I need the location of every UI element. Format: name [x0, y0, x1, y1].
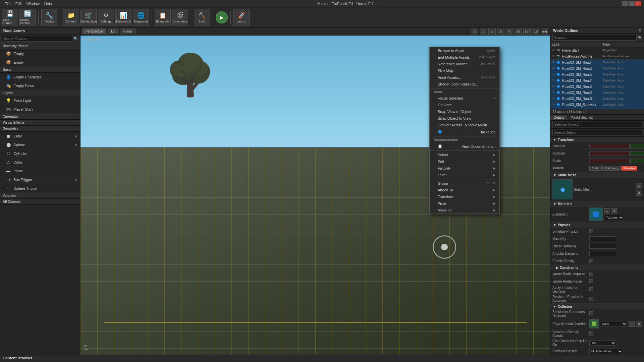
cm-move-to[interactable]: Move To	[430, 207, 499, 214]
phys-material-reset-btn[interactable]: ↺	[636, 321, 642, 327]
sim-generates-checkbox[interactable]	[589, 311, 593, 315]
megascan-button[interactable]: 🌐 Megascan	[133, 9, 149, 26]
blueprints-button[interactable]: 📋 Blueprints	[155, 9, 171, 26]
close-button[interactable]: ✕	[635, 1, 641, 6]
outliner-item-road4[interactable]: 👁 🔷 Road03_SM_Road4 StaticMeshActor	[550, 77, 644, 83]
mat-reset-btn[interactable]: ↺	[611, 208, 617, 214]
cm-convert-actors[interactable]: Convert Actors To Static Mesh	[430, 122, 499, 128]
basic-empty-pawn[interactable]: 🎭 Empty Pawn	[0, 81, 80, 90]
cm-attach-to[interactable]: Attach To	[430, 187, 499, 193]
mobility-static-btn[interactable]: Static	[589, 166, 602, 171]
ignore-radial-force-checkbox[interactable]	[589, 279, 593, 283]
cm-group[interactable]: Group Ctrl+G	[430, 180, 499, 187]
cinematics-button[interactable]: 🎬 Cinematics	[172, 9, 188, 26]
location-y[interactable]	[630, 144, 644, 148]
collision-presets-dropdown[interactable]: Multiple Values...	[589, 349, 623, 354]
cm-snap-view-to-object[interactable]: Snap View to Object	[430, 108, 499, 115]
menu-window[interactable]: Window	[24, 2, 42, 6]
category-visual-effects[interactable]: Visual Effects	[0, 120, 80, 126]
vp-ctrl-3[interactable]: W	[488, 28, 496, 35]
source-control-button[interactable]: 🔄 Source Control	[19, 9, 36, 26]
settings-button[interactable]: ⚙ Settings	[98, 9, 114, 26]
transform-section-header[interactable]: ▼ Transform	[550, 137, 644, 142]
mass-input[interactable]	[589, 236, 616, 241]
geometry-plane[interactable]: ▬ Plane	[0, 167, 80, 175]
cm-view-documentation[interactable]: 📋 View Documentation	[430, 143, 499, 150]
modes-button[interactable]: 🔧 Modes	[41, 9, 57, 26]
outliner-item-road5[interactable]: 👁 🔷 Road03_SM_Road5 StaticMeshActor	[550, 83, 644, 89]
mobility-movable-btn[interactable]: Movable	[621, 166, 637, 171]
cm-shader-cook[interactable]: Shader Cook Statistics...	[430, 81, 499, 87]
phys-material-browse-btn[interactable]: ←	[629, 321, 635, 327]
ignore-radial-impulse-checkbox[interactable]	[589, 272, 593, 276]
outliner-item-road2[interactable]: 👁 🔷 Road03_SM_Road2 StaticMeshActor	[550, 65, 644, 71]
category-basic[interactable]: Basic	[0, 67, 80, 73]
geometry-sphere[interactable]: ⬤ Sphere ▶	[0, 140, 80, 149]
location-x[interactable]	[589, 144, 630, 148]
cm-transform[interactable]: Transform	[430, 193, 499, 200]
cm-select[interactable]: Select	[430, 152, 499, 158]
geometry-cube[interactable]: ◼ Cube ▶	[0, 132, 80, 140]
mat-browse-btn[interactable]: ←	[604, 208, 610, 214]
build-button[interactable]: 🔨 Build	[194, 9, 210, 26]
recently-placed-empty-1[interactable]: 📦 Empty	[0, 49, 80, 58]
cm-size-map[interactable]: Size Map...	[430, 67, 499, 74]
tab-world-settings[interactable]: World Settings	[568, 115, 597, 120]
viewport-tab-follow[interactable]: Follow	[120, 28, 136, 34]
outliner-search-input[interactable]	[552, 35, 637, 41]
lights-point-light[interactable]: 💡 Point Light	[0, 96, 80, 105]
materials-header[interactable]: ▼ Materials	[550, 201, 644, 207]
apply-impulse-checkbox[interactable]	[589, 287, 593, 291]
search-classes-input[interactable]	[2, 36, 72, 42]
outliner-item-sidewalk1[interactable]: 👁 🔷 Road03_SM_Sidewalk StaticMeshActor	[550, 102, 644, 108]
category-recently-placed[interactable]: Recently Placed	[0, 43, 80, 49]
geometry-sphere-trigger[interactable]: ○ Sphere Trigger	[0, 184, 80, 193]
outliner-item-postprocess[interactable]: 👁 📷 PostProcessVolume PostProcessVolume	[550, 53, 644, 59]
char-step-dropdown[interactable]: Yes	[589, 340, 616, 346]
vp-ctrl-5[interactable]: R	[506, 28, 513, 35]
maximize-button[interactable]: □	[629, 1, 635, 6]
recently-placed-empty-2[interactable]: 📦 Empty	[0, 58, 80, 67]
vp-ctrl-4[interactable]: E	[497, 28, 504, 35]
rotation-y[interactable]	[630, 151, 644, 156]
cm-focus-selected[interactable]: Focus Selected F	[430, 95, 499, 102]
datamatch-button[interactable]: 📊 Datamatch	[115, 9, 131, 26]
category-volumes[interactable]: Volumes	[0, 193, 80, 199]
cm-visibility[interactable]: Visibility	[430, 165, 499, 172]
content-button[interactable]: 📁 Content	[63, 9, 79, 26]
cm-level[interactable]: Level	[430, 172, 499, 178]
outliner-item-road6[interactable]: 👁 🔷 Road03_SM_Road6 StaticMeshActor	[550, 89, 644, 96]
cm-pivot[interactable]: Pivot	[430, 200, 499, 207]
vp-ctrl-2[interactable]: S	[480, 28, 487, 35]
vp-ctrl-cam[interactable]: ◀◀	[541, 28, 548, 35]
enable-gravity-checkbox[interactable]	[589, 259, 593, 263]
geometry-cylinder[interactable]: ⬡ Cylinder	[0, 149, 80, 158]
static-mesh-header[interactable]: ▼ Static Mesh	[550, 172, 644, 178]
textures-dropdown[interactable]: Textures	[604, 215, 624, 220]
phys-material-dropdown[interactable]: None	[600, 321, 627, 326]
replicate-physics-checkbox[interactable]	[589, 297, 593, 301]
angular-damping-input[interactable]: 0.0	[589, 251, 616, 256]
cm-reference-viewer[interactable]: Reference Viewer... Alt+Shift+R	[430, 61, 499, 67]
vp-ctrl-scale[interactable]: 0.25	[532, 28, 539, 35]
menu-help[interactable]: Help	[42, 2, 54, 6]
geometry-cone[interactable]: △ Cone	[0, 158, 80, 167]
menu-edit[interactable]: Edit	[13, 2, 24, 6]
category-cinematic[interactable]: Cinematic	[0, 114, 80, 120]
world-outliner-options[interactable]: ⚙	[639, 29, 641, 32]
play-button[interactable]: ▶	[216, 11, 228, 23]
viewport-tab-lit[interactable]: Lit	[108, 28, 118, 34]
physics-header[interactable]: ▼ Physics	[550, 222, 644, 228]
cm-audit-assets[interactable]: Audit Assets... Alt+Shift+A	[430, 74, 499, 81]
save-current-button[interactable]: 💾 Save Current	[2, 9, 18, 26]
category-lights[interactable]: Lights	[0, 90, 80, 96]
geometry-box-trigger[interactable]: ◻ Box Trigger ▶	[0, 175, 80, 184]
vp-ctrl-1[interactable]: G	[471, 28, 478, 35]
collision-header[interactable]: ▼ Collision	[550, 304, 644, 309]
vp-ctrl-rot[interactable]: 10°	[523, 28, 531, 35]
mobility-stationary-btn[interactable]: Stationary	[602, 166, 621, 171]
menu-file[interactable]: File	[3, 2, 13, 6]
sm-reset-btn[interactable]: ↺	[636, 190, 642, 196]
scale-x[interactable]	[589, 159, 630, 163]
viewport-tab-perspective[interactable]: Perspective	[83, 28, 106, 34]
